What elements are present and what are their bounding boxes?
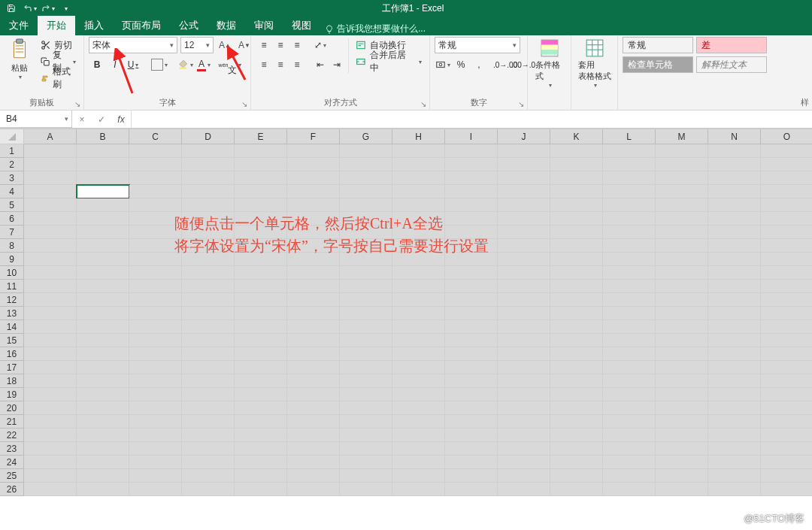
cell[interactable] [603, 442, 656, 456]
cell[interactable] [550, 171, 603, 185]
cell[interactable] [550, 388, 603, 401]
cell[interactable] [550, 198, 603, 212]
row-header[interactable]: 18 [0, 374, 24, 388]
cell[interactable] [603, 334, 656, 347]
cell[interactable] [498, 239, 550, 253]
cell[interactable] [708, 198, 761, 212]
column-header[interactable]: B [77, 129, 129, 144]
cell[interactable] [708, 293, 761, 307]
cell[interactable] [77, 456, 129, 469]
cell[interactable] [24, 388, 77, 401]
cell[interactable] [182, 483, 235, 496]
cell[interactable] [182, 266, 235, 280]
cell[interactable] [235, 185, 287, 198]
cell[interactable] [392, 334, 445, 347]
cell[interactable] [24, 401, 77, 415]
cell[interactable] [24, 171, 77, 185]
font-name-combo[interactable]: 宋体▾ [89, 37, 177, 53]
clipboard-launcher-icon[interactable]: ↘ [73, 99, 82, 108]
cell[interactable] [287, 266, 340, 280]
cell[interactable] [656, 253, 708, 266]
cell[interactable] [445, 374, 498, 388]
cell[interactable] [287, 442, 340, 456]
cell[interactable] [603, 361, 656, 374]
cell[interactable] [708, 374, 761, 388]
row-header[interactable]: 11 [0, 280, 24, 293]
cell[interactable] [129, 361, 182, 374]
cell[interactable] [445, 361, 498, 374]
cell[interactable] [603, 171, 656, 185]
cell[interactable] [24, 361, 77, 374]
cell[interactable] [340, 347, 392, 361]
cell[interactable] [445, 293, 498, 307]
cell[interactable] [77, 334, 129, 347]
fill-color-button[interactable]: ▾ [177, 56, 194, 73]
cell[interactable] [603, 456, 656, 469]
cell[interactable] [498, 388, 550, 401]
column-header[interactable]: L [603, 129, 656, 144]
cell[interactable] [550, 347, 603, 361]
cell[interactable] [340, 456, 392, 469]
row-header[interactable]: 9 [0, 253, 24, 266]
cell[interactable] [761, 198, 812, 212]
cell[interactable] [392, 158, 445, 171]
cell[interactable] [761, 469, 812, 483]
cell[interactable] [550, 212, 603, 226]
cell[interactable] [182, 361, 235, 374]
cell[interactable] [340, 469, 392, 483]
cell[interactable] [287, 347, 340, 361]
cell[interactable] [498, 401, 550, 415]
cell[interactable] [708, 361, 761, 374]
cell[interactable] [24, 144, 77, 158]
cell[interactable] [129, 401, 182, 415]
cell[interactable] [287, 171, 340, 185]
column-header[interactable]: H [392, 129, 445, 144]
cell[interactable] [129, 388, 182, 401]
cell[interactable] [129, 158, 182, 171]
comma-button[interactable]: , [471, 56, 487, 73]
cell[interactable] [340, 144, 392, 158]
cell[interactable] [761, 171, 812, 185]
cell[interactable] [498, 185, 550, 198]
align-bottom-icon[interactable]: ≡ [289, 37, 305, 53]
cell[interactable] [182, 320, 235, 334]
cell[interactable] [182, 144, 235, 158]
increase-indent-icon[interactable]: ⇥ [329, 56, 345, 73]
cell[interactable] [235, 361, 287, 374]
row-header[interactable]: 8 [0, 239, 24, 253]
row-header[interactable]: 25 [0, 469, 24, 483]
row-header[interactable]: 7 [0, 226, 24, 239]
cell[interactable] [498, 483, 550, 496]
cell[interactable] [129, 347, 182, 361]
cell[interactable] [761, 307, 812, 320]
cell[interactable] [235, 307, 287, 320]
column-header[interactable]: O [761, 129, 812, 144]
cell[interactable] [24, 253, 77, 266]
cell[interactable] [445, 469, 498, 483]
cell[interactable] [708, 144, 761, 158]
cell[interactable] [287, 307, 340, 320]
format-as-table-button[interactable]: 套用 表格格式▾ [576, 37, 613, 90]
column-header[interactable]: I [445, 129, 498, 144]
cell[interactable] [340, 266, 392, 280]
cell[interactable] [656, 429, 708, 442]
cell[interactable] [550, 307, 603, 320]
cell[interactable] [340, 374, 392, 388]
cell[interactable] [656, 469, 708, 483]
cell[interactable] [603, 320, 656, 334]
cell[interactable] [129, 293, 182, 307]
cell[interactable] [603, 144, 656, 158]
cell[interactable] [129, 456, 182, 469]
cell[interactable] [182, 280, 235, 293]
row-header[interactable]: 22 [0, 429, 24, 442]
cell[interactable] [77, 320, 129, 334]
cell[interactable] [235, 347, 287, 361]
cell[interactable] [129, 280, 182, 293]
cell[interactable] [761, 374, 812, 388]
cell[interactable] [761, 401, 812, 415]
cell[interactable] [708, 388, 761, 401]
cell[interactable] [656, 226, 708, 239]
cell[interactable] [287, 280, 340, 293]
cell[interactable] [656, 334, 708, 347]
cell[interactable] [656, 388, 708, 401]
